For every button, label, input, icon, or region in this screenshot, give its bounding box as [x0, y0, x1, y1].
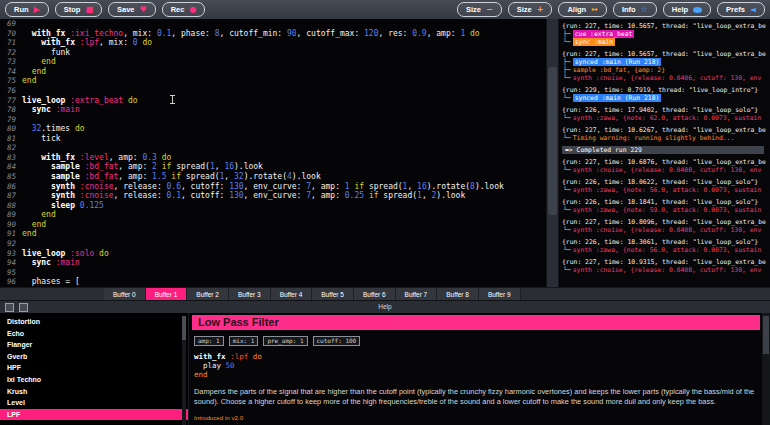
option-badge-mix: mix: 1 [229, 336, 259, 346]
fx-item-flanger[interactable]: Flanger [0, 339, 188, 351]
line-number: 84 [0, 162, 22, 172]
fx-list-scrollbar[interactable] [182, 316, 186, 425]
size-button[interactable]: Size+ [508, 2, 553, 17]
example-code-line: play 50 [194, 362, 760, 371]
log-entry-header: {run: 227, time: 10.6876, thread: "live_… [562, 158, 770, 166]
info-button[interactable]: Info☆ [613, 2, 657, 17]
line-number: 80 [0, 124, 22, 134]
fx-item-gverb[interactable]: Gverb [0, 351, 188, 363]
code-line: 93live_loop :solo do [0, 249, 546, 259]
help-scrollbar-thumb[interactable] [763, 316, 769, 354]
fx-item-hpf[interactable]: HPF [0, 362, 188, 374]
mouse-ibeam-cursor [170, 95, 175, 104]
log-message: synth :zawa, {note: 56.0, attack: 0.0073… [573, 186, 762, 194]
size-button[interactable]: Size− [457, 2, 502, 17]
fx-item-krush[interactable]: Krush [0, 386, 188, 398]
code-line: 94 sync :main [0, 258, 546, 268]
button-label: Size [466, 5, 481, 14]
line-number: 94 [0, 258, 22, 268]
code-text: phases = [ [22, 277, 80, 287]
code-text: 32.times do [22, 124, 85, 134]
main-area: 6970 with_fx :ixi_techno, mix: 0.1, phas… [0, 19, 770, 287]
help-button[interactable]: Help [663, 2, 711, 17]
stop-icon: ■ [85, 6, 93, 14]
code-lines: 6970 with_fx :ixi_techno, mix: 0.1, phas… [0, 19, 546, 287]
tab-buffer-2[interactable]: Buffer 2 [187, 288, 229, 300]
fx-item-ixi-techno[interactable]: Ixi Techno [0, 374, 188, 386]
prefs-button[interactable]: Prefs◄ [717, 2, 765, 17]
fx-item-echo[interactable]: Echo [0, 328, 188, 340]
tab-buffer-7[interactable]: Buffer 7 [396, 288, 438, 300]
toolbar-right-group: Size−Size+Align↔Info☆HelpPrefs◄ [457, 2, 765, 17]
stop-button[interactable]: Stop■ [55, 2, 102, 17]
line-number: 95 [0, 268, 22, 278]
log-entry: {run: 227, time: 10.9315, thread: "live_… [562, 258, 770, 274]
button-label: Help [672, 5, 688, 14]
line-number: 70 [0, 29, 22, 39]
tab-buffer-3[interactable]: Buffer 3 [229, 288, 271, 300]
completed-run-banner: => Completed run 229 [562, 146, 764, 154]
align-button[interactable]: Align↔ [558, 2, 606, 17]
tree-branch-icon: └─ [563, 74, 571, 82]
line-number: 79 [0, 115, 22, 125]
option-badge-cutoff: cutoff: 100 [313, 336, 361, 346]
line-number: 77 [0, 96, 22, 106]
button-label: Rec [171, 5, 185, 14]
fx-item-level[interactable]: Level [0, 397, 188, 409]
code-text: sleep 0.125 [22, 201, 104, 211]
tab-buffer-8[interactable]: Buffer 8 [437, 288, 479, 300]
log-message-row: └─synth :cnoise, {release: 0.0408, cutof… [562, 266, 770, 274]
tab-buffer-5[interactable]: Buffer 5 [312, 288, 354, 300]
tab-buffer-1[interactable]: Buffer 1 [146, 288, 188, 300]
help-dock-title: Help [378, 303, 391, 310]
code-line: 76 [0, 86, 546, 96]
fx-example-code: with_fx :lpf do play 50end [194, 353, 760, 379]
log-message: sync :main [573, 38, 615, 46]
tab-buffer-9[interactable]: Buffer 9 [479, 288, 521, 300]
log-message-row: └─sync :main [562, 38, 770, 46]
log-entry: {run: 227, time: 10.5657, thread: "live_… [562, 22, 770, 46]
toolbar-left-group: Run▶Stop■Save♥Rec● [5, 2, 205, 17]
tree-branch-icon: ├─ [563, 58, 571, 66]
record-icon: ● [189, 6, 196, 14]
star-icon: ☆ [641, 6, 648, 14]
button-label: Run [14, 5, 29, 14]
log-entry: {run: 226, time: 17.9402, thread: "live_… [562, 106, 770, 122]
log-message: synth :zawa, {note: 62.0, attack: 0.0073… [573, 114, 762, 122]
run-button[interactable]: Run▶ [5, 2, 49, 17]
tab-buffer-6[interactable]: Buffer 6 [354, 288, 396, 300]
log-entry-header: {run: 227, time: 10.6267, thread: "live_… [562, 126, 770, 134]
code-text: with_fx :level, amp: 0.3 do [22, 153, 171, 163]
code-line: 74 end [0, 67, 546, 77]
line-number: 86 [0, 182, 22, 192]
log-entry: {run: 226, time: 18.0622, thread: "live_… [562, 178, 770, 194]
code-line: 95 [0, 268, 546, 278]
log-panel: {run: 227, time: 10.5657, thread: "live_… [559, 19, 770, 287]
close-panel-icon[interactable] [19, 303, 28, 312]
example-code-line: with_fx :lpf do [194, 353, 760, 362]
tab-buffer-4[interactable]: Buffer 4 [271, 288, 313, 300]
fx-item-lpf[interactable]: LPF [0, 409, 188, 421]
tree-branch-icon: └─ [563, 134, 571, 142]
float-panel-icon[interactable] [5, 303, 14, 312]
line-number: 96 [0, 277, 22, 287]
tree-branch-icon: └─ [563, 38, 571, 46]
tree-branch-icon: └─ [563, 114, 571, 122]
code-editor[interactable]: 6970 with_fx :ixi_techno, mix: 0.1, phas… [0, 19, 546, 287]
tree-branch-icon: └─ [563, 266, 571, 274]
rec-button[interactable]: Rec● [162, 2, 206, 17]
tab-buffer-0[interactable]: Buffer 0 [104, 288, 146, 300]
log-message: Timing warning: running slightly behind.… [573, 134, 735, 142]
fx-description: Dampens the parts of the signal that are… [194, 387, 758, 405]
heart-icon: ♥ [140, 6, 147, 14]
log-message: synth :cnoise, {release: 0.0406, cutoff:… [573, 74, 762, 82]
line-number: 91 [0, 229, 22, 239]
help-scrollbar[interactable] [762, 313, 770, 425]
editor-scrollbar[interactable] [546, 19, 559, 287]
fx-item-distortion[interactable]: Distortion [0, 316, 188, 328]
fx-list-scrollbar-thumb[interactable] [182, 316, 186, 340]
left-right-arrow-icon: ↔ [591, 6, 598, 14]
save-button[interactable]: Save♥ [108, 2, 156, 17]
option-badge-pre-amp: pre_amp: 1 [263, 336, 307, 346]
editor-scrollbar-thumb[interactable] [548, 67, 557, 214]
